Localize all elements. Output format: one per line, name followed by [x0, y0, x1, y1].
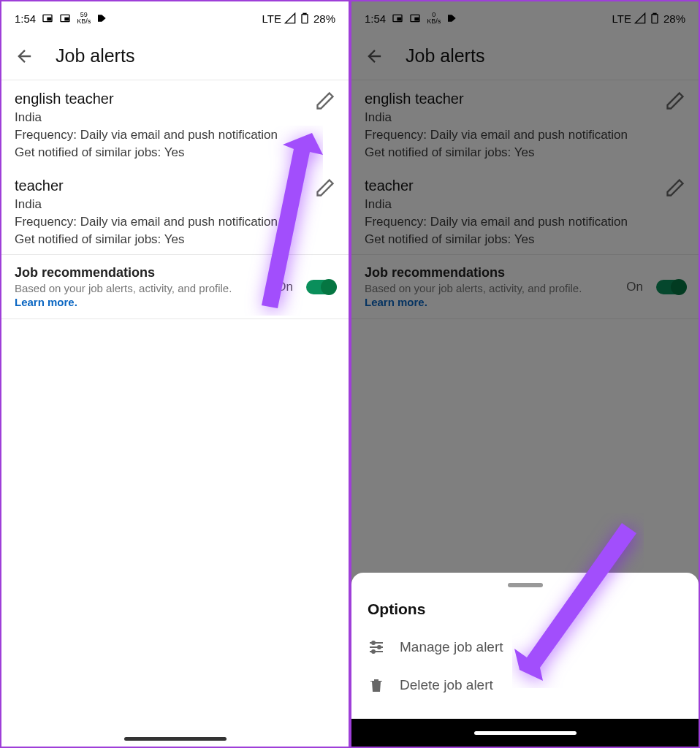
- battery-icon: [299, 12, 311, 24]
- pip-icon-1: [42, 12, 53, 24]
- recommendations-toggle[interactable]: [306, 280, 335, 294]
- alert-location: India: [365, 110, 685, 125]
- alert-title: teacher: [15, 178, 335, 194]
- recommendations-toggle[interactable]: [656, 280, 685, 294]
- svg-rect-5: [303, 13, 306, 14]
- tag-icon: [96, 12, 108, 24]
- time: 1:54: [365, 12, 386, 25]
- edit-icon[interactable]: [665, 178, 685, 198]
- back-icon[interactable]: [365, 46, 385, 66]
- back-icon[interactable]: [15, 46, 35, 66]
- data-speed: 0 KB/s: [427, 12, 441, 25]
- time: 1:54: [15, 12, 36, 25]
- battery-icon: [649, 12, 661, 24]
- alert-item-1[interactable]: teacher India Frequency: Daily via email…: [351, 167, 699, 254]
- svg-rect-7: [397, 18, 401, 20]
- nav-bar: [351, 719, 699, 747]
- svg-rect-10: [652, 15, 658, 23]
- alert-similar: Get notified of similar jobs: Yes: [365, 145, 685, 160]
- recommendations-section: Job recommendations Based on your job al…: [1, 254, 349, 319]
- network-type: LTE: [262, 12, 281, 25]
- signal-icon: [634, 12, 646, 24]
- pip-icon-1: [392, 12, 403, 24]
- sheet-item-label: Delete job alert: [400, 677, 493, 693]
- battery-percent: 28%: [663, 12, 685, 25]
- page-title: Job alerts: [406, 45, 484, 66]
- alert-similar: Get notified of similar jobs: Yes: [15, 232, 335, 247]
- status-bar: 1:54 59 KB/s LTE 28%: [1, 1, 349, 32]
- alert-location: India: [15, 110, 335, 125]
- pip-icon-2: [59, 12, 71, 24]
- svg-rect-1: [47, 18, 51, 20]
- svg-point-17: [372, 650, 375, 653]
- pip-icon-2: [409, 12, 421, 24]
- alert-title: english teacher: [365, 91, 685, 107]
- manage-job-alert-item[interactable]: Manage job alert: [351, 628, 699, 666]
- alert-frequency: Frequency: Daily via email and push noti…: [365, 215, 685, 229]
- header: Job alerts: [1, 32, 349, 80]
- sheet-title: Options: [351, 598, 699, 628]
- sliders-icon: [368, 638, 385, 656]
- alert-similar: Get notified of similar jobs: Yes: [365, 232, 685, 247]
- svg-rect-3: [65, 18, 69, 20]
- page-title: Job alerts: [56, 45, 134, 66]
- delete-job-alert-item[interactable]: Delete job alert: [351, 666, 699, 704]
- reco-state: On: [626, 280, 643, 294]
- learn-more-link[interactable]: Learn more.: [365, 296, 626, 308]
- svg-rect-11: [653, 13, 656, 14]
- sheet-item-label: Manage job alert: [400, 639, 503, 655]
- alert-item-0[interactable]: english teacher India Frequency: Daily v…: [351, 80, 699, 167]
- battery-percent: 28%: [313, 12, 335, 25]
- status-bar: 1:54 0 KB/s LTE 28%: [351, 1, 699, 32]
- data-speed: 59 KB/s: [77, 12, 91, 25]
- svg-rect-18: [374, 684, 376, 690]
- alert-frequency: Frequency: Daily via email and push noti…: [15, 128, 335, 142]
- phone-left: 1:54 59 KB/s LTE 28% Job alerts english …: [0, 0, 350, 748]
- edit-icon[interactable]: [665, 91, 685, 111]
- svg-point-15: [372, 641, 375, 644]
- nav-pill[interactable]: [124, 737, 227, 741]
- svg-rect-4: [302, 15, 308, 23]
- bottom-sheet: Options Manage job alert Delete job aler…: [351, 573, 699, 719]
- alert-title: english teacher: [15, 91, 335, 107]
- recommendations-section: Job recommendations Based on your job al…: [351, 254, 699, 319]
- alert-item-1[interactable]: teacher India Frequency: Daily via email…: [1, 167, 349, 254]
- alert-location: India: [15, 197, 335, 212]
- reco-subtitle: Based on your job alerts, activity, and …: [365, 282, 626, 294]
- nav-pill[interactable]: [474, 731, 577, 735]
- edit-icon[interactable]: [315, 178, 335, 198]
- alert-item-0[interactable]: english teacher India Frequency: Daily v…: [1, 80, 349, 167]
- svg-point-16: [378, 646, 381, 649]
- alert-title: teacher: [365, 178, 685, 194]
- alert-similar: Get notified of similar jobs: Yes: [15, 145, 335, 160]
- edit-icon[interactable]: [315, 91, 335, 111]
- alert-location: India: [365, 197, 685, 212]
- nav-bar: [1, 730, 349, 747]
- svg-rect-9: [415, 18, 419, 20]
- network-type: LTE: [612, 12, 631, 25]
- trash-icon: [368, 676, 385, 694]
- tag-icon: [446, 12, 458, 24]
- reco-state: On: [276, 280, 293, 294]
- phone-right: 1:54 0 KB/s LTE 28% Job alerts english t…: [350, 0, 700, 748]
- reco-title: Job recommendations: [15, 265, 276, 280]
- header: Job alerts: [351, 32, 699, 80]
- reco-title: Job recommendations: [365, 265, 626, 280]
- sheet-handle[interactable]: [508, 583, 543, 587]
- svg-rect-19: [378, 684, 379, 690]
- alert-frequency: Frequency: Daily via email and push noti…: [15, 215, 335, 229]
- alert-frequency: Frequency: Daily via email and push noti…: [365, 128, 685, 142]
- signal-icon: [284, 12, 296, 24]
- learn-more-link[interactable]: Learn more.: [15, 296, 276, 308]
- reco-subtitle: Based on your job alerts, activity, and …: [15, 282, 276, 294]
